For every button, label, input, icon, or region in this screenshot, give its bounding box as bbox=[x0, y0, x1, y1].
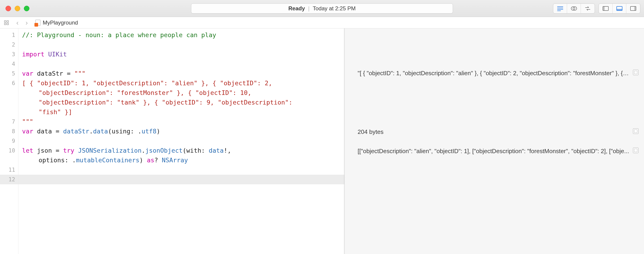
code-text[interactable]: import UIKit bbox=[18, 49, 67, 59]
source-editor[interactable]: 1//: Playground - noun: a place where pe… bbox=[0, 28, 344, 254]
code-line[interactable]: 6[ { "objectID": 1, "objectDescription":… bbox=[0, 78, 344, 88]
standard-editor-button[interactable] bbox=[553, 4, 567, 13]
code-line[interactable]: "objectDescription": "forestMonster" }, … bbox=[0, 88, 344, 98]
toggle-debug-area-button[interactable] bbox=[612, 4, 626, 13]
activity-status: Ready | Today at 2:25 PM bbox=[191, 3, 453, 13]
svg-rect-3 bbox=[603, 6, 605, 10]
related-items-button[interactable] bbox=[0, 20, 13, 25]
result-line-json[interactable]: [["objectDescription": "alien", "objectI… bbox=[358, 148, 630, 155]
window-controls bbox=[6, 6, 30, 11]
bottom-panel-icon bbox=[616, 6, 623, 11]
pane-divider[interactable] bbox=[343, 28, 344, 254]
history-nav: ‹ › bbox=[13, 19, 31, 27]
code-text[interactable] bbox=[18, 175, 26, 184]
code-text[interactable] bbox=[18, 136, 26, 146]
svg-rect-10 bbox=[4, 23, 6, 25]
code-text[interactable]: [ { "objectID": 1, "objectDescription": … bbox=[18, 78, 272, 88]
assistant-editor-button[interactable] bbox=[567, 4, 581, 13]
close-window-button[interactable] bbox=[6, 6, 11, 11]
svg-rect-8 bbox=[4, 21, 6, 22]
compare-arrows-icon bbox=[584, 6, 591, 11]
code-text[interactable]: """ bbox=[18, 117, 33, 127]
code-text[interactable]: "objectDescription": "forestMonster" }, … bbox=[18, 88, 252, 98]
history-back-button[interactable]: ‹ bbox=[13, 19, 22, 27]
code-line[interactable]: 5var dataStr = """ bbox=[0, 69, 344, 78]
svg-rect-7 bbox=[634, 6, 636, 10]
status-time-label: Today at 2:25 PM bbox=[313, 5, 356, 12]
code-text[interactable]: "fish" }] bbox=[18, 107, 72, 117]
results-sidebar: "[ { "objectID": 1, "objectDescription":… bbox=[344, 28, 644, 254]
result-line-bytes[interactable]: 204 bytes bbox=[358, 128, 630, 135]
titlebar-right-controls bbox=[553, 3, 640, 13]
code-line[interactable]: 9 bbox=[0, 136, 344, 146]
history-forward-button[interactable]: › bbox=[22, 19, 31, 27]
code-line[interactable]: "objectDescription": "tank" }, { "object… bbox=[0, 98, 344, 107]
code-text[interactable]: options: .mutableContainers) as? NSArray bbox=[18, 155, 188, 165]
grid-icon bbox=[4, 20, 9, 25]
jump-bar: ‹ › MyPlayground bbox=[0, 17, 644, 28]
right-panel-icon bbox=[630, 6, 636, 11]
code-line[interactable]: 3import UIKit bbox=[0, 49, 344, 59]
panel-toggles-group bbox=[598, 3, 640, 13]
status-ready-label: Ready bbox=[288, 5, 305, 12]
venn-icon bbox=[571, 6, 577, 11]
quicklook-button-3[interactable] bbox=[633, 148, 638, 153]
svg-rect-11 bbox=[7, 23, 8, 25]
svg-rect-5 bbox=[617, 9, 622, 10]
breadcrumb-filename[interactable]: MyPlayground bbox=[43, 19, 78, 26]
minimize-window-button[interactable] bbox=[15, 6, 20, 11]
code-line[interactable]: "fish" }] bbox=[0, 107, 344, 117]
quicklook-button-1[interactable] bbox=[633, 70, 638, 75]
code-text[interactable] bbox=[18, 59, 26, 69]
code-text[interactable] bbox=[18, 40, 26, 49]
editor-mode-group bbox=[553, 3, 595, 13]
code-line[interactable]: 11 bbox=[0, 165, 344, 175]
code-line[interactable]: 2 bbox=[0, 40, 344, 49]
code-line[interactable]: 10let json = try JSONSerialization.jsonO… bbox=[0, 146, 344, 155]
code-text[interactable]: let json = try JSONSerialization.jsonObj… bbox=[18, 146, 231, 155]
svg-rect-9 bbox=[7, 21, 8, 22]
left-panel-icon bbox=[602, 6, 609, 11]
code-area[interactable]: 1//: Playground - noun: a place where pe… bbox=[0, 28, 344, 184]
line-number-gutter bbox=[0, 28, 18, 254]
code-text[interactable]: var dataStr = """ bbox=[18, 69, 86, 78]
code-line[interactable]: options: .mutableContainers) as? NSArray bbox=[0, 155, 344, 165]
code-text[interactable]: //: Playground - noun: a place where peo… bbox=[18, 30, 216, 40]
code-line[interactable]: 4 bbox=[0, 59, 344, 69]
main-split: 1//: Playground - noun: a place where pe… bbox=[0, 28, 644, 254]
code-text[interactable]: "objectDescription": "tank" }, { "object… bbox=[18, 98, 292, 107]
lines-icon bbox=[557, 6, 564, 11]
code-line[interactable]: 8var data = dataStr.data(using: .utf8) bbox=[0, 127, 344, 136]
code-line[interactable]: 12 bbox=[0, 175, 344, 184]
toggle-navigator-button[interactable] bbox=[599, 4, 612, 13]
code-line[interactable]: 1//: Playground - noun: a place where pe… bbox=[0, 30, 344, 40]
version-editor-button[interactable] bbox=[581, 4, 594, 13]
code-text[interactable] bbox=[18, 165, 26, 175]
zoom-window-button[interactable] bbox=[24, 6, 30, 11]
toggle-utilities-button[interactable] bbox=[626, 4, 640, 13]
status-separator: | bbox=[308, 5, 310, 12]
result-line-datastr[interactable]: "[ { "objectID": 1, "objectDescription":… bbox=[358, 70, 630, 77]
titlebar: Ready | Today at 2:25 PM bbox=[0, 0, 644, 17]
code-text[interactable]: var data = dataStr.data(using: .utf8) bbox=[18, 127, 160, 136]
code-line[interactable]: 7""" bbox=[0, 117, 344, 127]
quicklook-button-2[interactable] bbox=[633, 128, 638, 134]
playground-file-icon bbox=[35, 20, 40, 26]
